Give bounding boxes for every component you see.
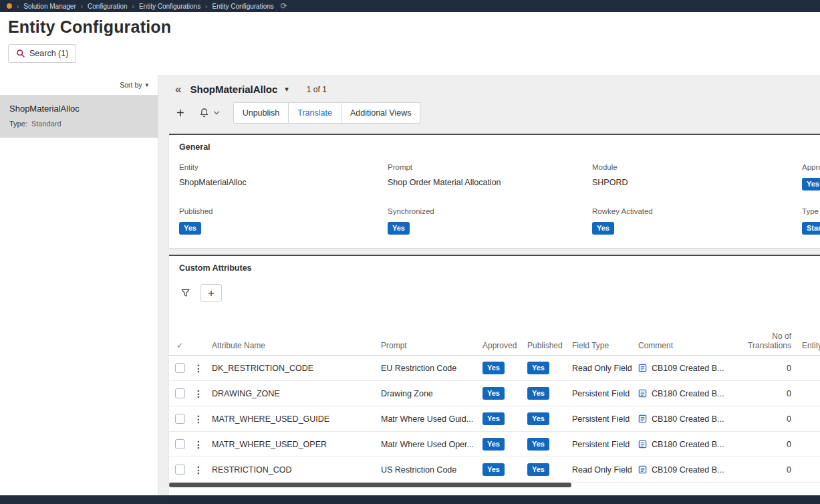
published-badge: Yes (527, 412, 549, 425)
field-label: Type (802, 207, 820, 215)
field-approved: Approved Yes (802, 163, 820, 191)
approved-badge: Yes (483, 438, 505, 451)
refresh-icon[interactable]: ⟳ (281, 2, 287, 10)
row-actions-icon[interactable]: ⋮ (194, 388, 203, 399)
page-title: Entity Configuration (8, 17, 820, 37)
select-all-check-icon[interactable]: ✓ (169, 341, 190, 350)
sidebar: Sort by ▾ ShopMaterialAlloc Type:Standar… (0, 75, 158, 495)
breadcrumb-item-entity-configurations[interactable]: Entity Configurations (139, 3, 200, 10)
entity-list-item-selected[interactable]: ShopMaterialAlloc Type:Standard (0, 95, 158, 138)
field-label: Entity (179, 163, 388, 171)
breadcrumb-item-entity-configurations-2[interactable]: Entity Configurations (213, 3, 274, 10)
additional-views-button[interactable]: Additional Views (341, 102, 421, 124)
search-icon (16, 49, 25, 58)
table-row[interactable]: ⋮ DK_RESTRICTION_CODE EU Restriction Cod… (169, 356, 820, 381)
attributes-toolbar: + (169, 284, 820, 302)
row-actions-icon[interactable]: ⋮ (194, 465, 203, 475)
column-field-type[interactable]: Field Type (567, 341, 633, 350)
attributes-table: ✓ Attribute Name Prompt Approved Publish… (169, 332, 820, 483)
filter-icon[interactable] (180, 288, 190, 298)
column-comment[interactable]: Comment (633, 341, 740, 350)
standard-badge: Standard (802, 222, 820, 235)
yes-badge: Yes (802, 178, 820, 191)
table-row[interactable]: ⋮ MATR_WHERE_USED_OPER Matr Where Used O… (169, 432, 820, 457)
general-section-title: General (179, 142, 820, 152)
field-type-cell: Persistent Field (567, 414, 633, 424)
published-badge: Yes (527, 387, 549, 400)
translate-button[interactable]: Translate (288, 102, 341, 124)
row-checkbox[interactable] (175, 439, 185, 449)
table-row[interactable]: ⋮ MATR_WHERE_USED_GUIDE Matr Where Used … (169, 406, 820, 432)
bell-icon (199, 108, 209, 118)
horizontal-scrollbar[interactable] (169, 483, 571, 487)
comment-icon[interactable] (638, 364, 647, 372)
field-type-cell: Persistent Field (567, 389, 633, 398)
field-rowkey-activated: Rowkey Activated Yes (592, 207, 802, 235)
breadcrumb-item-configuration[interactable]: Configuration (88, 3, 127, 10)
entity-item-type: Type:Standard (9, 120, 148, 128)
field-label: Rowkey Activated (592, 207, 802, 215)
entity-name: ShopMaterialAlloc (190, 84, 277, 95)
field-synchronized: Synchronized Yes (388, 207, 592, 235)
approved-badge: Yes (483, 463, 505, 476)
field-type: Type Standard (802, 207, 820, 235)
table-header: ✓ Attribute Name Prompt Approved Publish… (169, 332, 820, 356)
collapse-panel-icon[interactable]: « (175, 84, 181, 95)
yes-badge: Yes (592, 222, 614, 235)
field-entity: Entity ShopMaterialAlloc (179, 163, 388, 191)
field-type-cell: Read Only Field (567, 364, 633, 373)
search-button-label: Search (1) (29, 49, 68, 58)
row-actions-icon[interactable]: ⋮ (194, 414, 203, 424)
comment-cell: CB180 Created B... (652, 440, 724, 449)
comment-icon[interactable] (638, 465, 647, 474)
field-value: Shop Order Material Allocation (388, 178, 592, 187)
entity-header: « ShopMaterialAlloc ▾ 1 of 1 (169, 84, 820, 95)
comment-icon[interactable] (638, 389, 647, 398)
search-button[interactable]: Search (1) (8, 44, 76, 63)
custom-attributes-section: Custom Attributes + ✓ Attribute Name Pro… (169, 255, 820, 495)
row-actions-icon[interactable]: ⋮ (194, 363, 203, 374)
row-checkbox[interactable] (175, 414, 185, 424)
translations-cell: 0 (740, 389, 797, 398)
comment-cell: CB109 Created B... (652, 465, 724, 475)
app-icon[interactable] (7, 3, 12, 9)
comment-cell: CB109 Created B... (652, 364, 724, 373)
comment-icon[interactable] (638, 414, 647, 423)
breadcrumb-separator-icon: › (132, 3, 134, 10)
table-row[interactable]: ⋮ RESTRICTION_COD US Restriction Code Ye… (169, 457, 820, 483)
plus-icon: + (208, 287, 215, 300)
comment-icon[interactable] (638, 440, 647, 449)
main-panel: « ShopMaterialAlloc ▾ 1 of 1 + Unpublish… (158, 75, 820, 495)
notifications-button[interactable] (199, 108, 219, 118)
published-badge: Yes (527, 463, 549, 476)
row-checkbox[interactable] (175, 388, 185, 398)
prompt-cell: EU Restriction Code (376, 364, 477, 373)
published-badge: Yes (527, 362, 549, 374)
column-published[interactable]: Published (522, 341, 567, 350)
add-icon[interactable]: + (169, 106, 184, 120)
row-checkbox[interactable] (175, 363, 185, 373)
unpublish-button[interactable]: Unpublish (233, 102, 289, 124)
approved-badge: Yes (483, 387, 505, 400)
page-header: Entity Configuration Search (1) (0, 12, 820, 75)
column-approved[interactable]: Approved (477, 341, 522, 350)
row-actions-icon[interactable]: ⋮ (194, 439, 203, 450)
add-attribute-button[interactable]: + (200, 284, 222, 302)
breadcrumb-item-solution-manager[interactable]: Solution Manager (23, 3, 76, 10)
table-row[interactable]: ⋮ DRAWING_ZONE Drawing Zone Yes Yes Pers… (169, 381, 820, 406)
sort-by-label: Sort by (120, 81, 142, 89)
field-published: Published Yes (179, 207, 388, 235)
general-section: General Entity ShopMaterialAlloc Prompt … (169, 134, 820, 248)
row-checkbox[interactable] (175, 465, 185, 475)
sort-by-control[interactable]: Sort by ▾ (0, 75, 158, 95)
field-label: Approved (802, 163, 820, 171)
column-attribute-name[interactable]: Attribute Name (207, 341, 376, 350)
column-translations[interactable]: No of Translations (740, 332, 797, 350)
entity-dropdown-icon[interactable]: ▾ (285, 85, 289, 94)
translations-cell: 0 (740, 465, 797, 475)
field-value: SHPORD (592, 178, 802, 187)
breadcrumb-separator-icon: › (17, 3, 19, 10)
column-prompt[interactable]: Prompt (376, 341, 477, 350)
breadcrumb-bar: › Solution Manager › Configuration › Ent… (0, 0, 820, 12)
column-entity[interactable]: Entity (797, 341, 820, 350)
